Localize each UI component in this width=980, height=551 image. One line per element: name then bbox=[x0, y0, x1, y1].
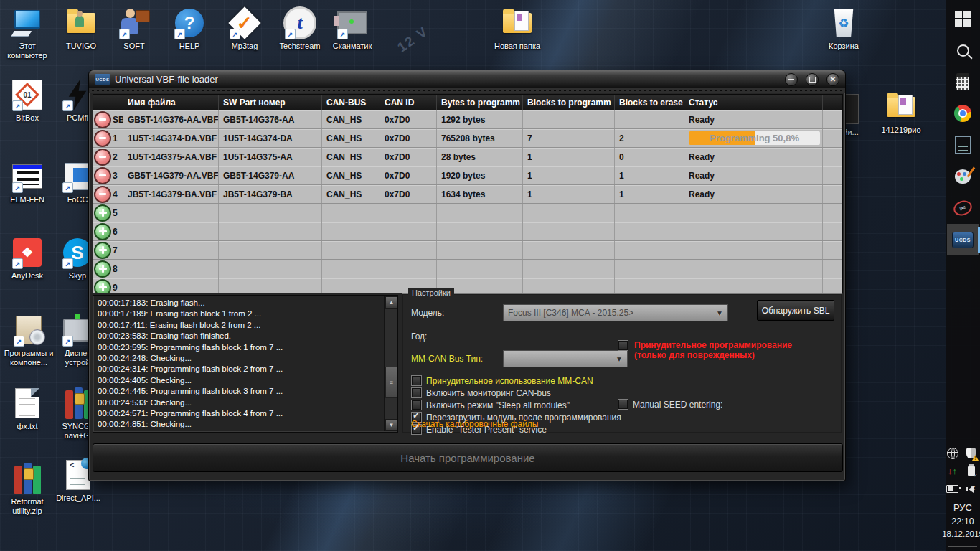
settings-legend: Настройки bbox=[408, 288, 454, 297]
can-id-cell bbox=[380, 241, 437, 259]
blocks-programm-cell: 1 bbox=[523, 148, 615, 166]
add-file-icon[interactable] bbox=[94, 279, 111, 294]
desktop-icon-text-file[interactable]: фх.txt bbox=[3, 386, 52, 431]
log-panel[interactable]: 00:00:17:183: Erasing flash...00:00:17:1… bbox=[93, 295, 398, 433]
desktop-icon-mp3tag[interactable]: ✓↗Mp3tag bbox=[220, 6, 269, 51]
taskbar-ucds-active[interactable]: UCDS bbox=[947, 224, 979, 255]
table-row[interactable]: 7 bbox=[93, 241, 842, 260]
log-lines: 00:00:17:183: Erasing flash...00:00:17:1… bbox=[98, 298, 382, 430]
mmcan-bus-label: MM-CAN Bus Тип: bbox=[411, 354, 503, 364]
desktop-icon-folder-pictures[interactable]: 141219рио bbox=[872, 90, 930, 135]
column-header[interactable]: Blocks to erase bbox=[615, 95, 684, 110]
language-indicator[interactable]: РУС bbox=[953, 502, 972, 513]
can-bus-cell bbox=[322, 222, 380, 240]
can-id-cell bbox=[380, 204, 437, 222]
blocks-erase-cell bbox=[615, 204, 684, 222]
volume-muted-icon[interactable] bbox=[965, 483, 977, 495]
table-row[interactable]: 21U5T-14G375-AA.VBF1U5T-14G375-AACAN_HS0… bbox=[93, 148, 842, 166]
add-file-icon[interactable] bbox=[94, 260, 111, 278]
column-header[interactable]: SW Part номер bbox=[219, 95, 322, 110]
desktop-icon-rar-archive[interactable]: Reformat utility.zip bbox=[1, 461, 53, 516]
option-checkbox[interactable] bbox=[411, 400, 422, 410]
taskbar-chrome[interactable] bbox=[947, 98, 979, 129]
add-file-icon[interactable] bbox=[94, 204, 111, 222]
scroll-thumb[interactable]: ≡ bbox=[385, 367, 397, 398]
show-desktop-button[interactable] bbox=[948, 546, 977, 547]
table-row[interactable]: SBL>GB5T-14G376-AA.VBFGB5T-14G376-AACAN_… bbox=[93, 110, 842, 129]
start-programming-button[interactable]: Начать программирование bbox=[93, 443, 843, 472]
status-cell bbox=[684, 222, 823, 240]
table-row[interactable]: 3GB5T-14G379-AA.VBFGB5T-14G379-AACAN_HS0… bbox=[93, 166, 842, 185]
desktop-icon-terminal-window[interactable]: ↗ELM-FFN bbox=[3, 159, 52, 204]
row-action-cell: 4 bbox=[93, 185, 123, 203]
option-checkbox[interactable] bbox=[411, 375, 422, 386]
minimize-button[interactable] bbox=[785, 73, 798, 86]
row-action-cell: 8 bbox=[93, 260, 123, 278]
taskbar-paint[interactable] bbox=[947, 161, 979, 192]
desktop-icon-software-box[interactable]: ↗Программы и компоне... bbox=[1, 313, 56, 367]
bytes-cell bbox=[437, 241, 523, 259]
column-header-blank[interactable] bbox=[823, 95, 842, 110]
table-row[interactable]: 11U5T-14G374-DA.VBF1U5T-14G374-DACAN_HS0… bbox=[93, 129, 842, 148]
desktop-icon-help-question[interactable]: ?↗HELP bbox=[165, 6, 214, 51]
desktop-icon-user-folder[interactable]: TUVIGO bbox=[57, 6, 105, 51]
column-header[interactable]: CAN ID bbox=[380, 95, 437, 110]
window-titlebar[interactable]: UCDS Universal VBF-file loader ✕ bbox=[89, 70, 845, 88]
option-checkbox[interactable] bbox=[411, 387, 422, 398]
option-row: Принудительное использование MM-CAN bbox=[411, 375, 842, 387]
remove-file-icon[interactable] bbox=[94, 130, 111, 147]
usb-device-icon[interactable] bbox=[965, 465, 977, 477]
desktop-icon-techstream[interactable]: t↗Techstream bbox=[272, 6, 328, 51]
desktop-icon-person-briefcase[interactable]: ↗SOFT bbox=[110, 6, 159, 51]
battery-icon[interactable] bbox=[946, 483, 958, 495]
column-header[interactable]: CAN-BUS bbox=[322, 95, 380, 110]
table-row[interactable]: 9 bbox=[93, 278, 842, 293]
desktop-icon-recycle-bin[interactable]: ♻Корзина bbox=[819, 6, 869, 51]
force-programming-checkbox[interactable] bbox=[618, 340, 628, 351]
model-dropdown[interactable]: Focus III [C346] MCA - 2015.25> ▼ bbox=[503, 304, 728, 321]
shortcut-arrow-icon: ↗ bbox=[12, 100, 23, 111]
close-button[interactable]: ✕ bbox=[826, 73, 839, 86]
column-header[interactable]: Статус bbox=[684, 95, 823, 110]
terminal-window-icon: ↗ bbox=[10, 159, 44, 194]
table-row[interactable]: 5 bbox=[93, 204, 842, 222]
scroll-up-icon[interactable]: ▲ bbox=[385, 296, 397, 309]
taskbar-notepad[interactable] bbox=[947, 129, 979, 161]
desktop-icon-this-pc[interactable]: Этот компьютер bbox=[3, 6, 52, 60]
add-file-icon[interactable] bbox=[94, 223, 111, 240]
desktop-icon-scanmatic-device[interactable]: ↗Сканматик bbox=[326, 6, 379, 51]
paint-palette-icon bbox=[955, 169, 971, 184]
security-shield-warning-icon[interactable] bbox=[965, 447, 977, 459]
log-scrollbar[interactable]: ▲ ≡ ▼ bbox=[384, 296, 397, 431]
clock[interactable]: 22:10 18.12.2019 bbox=[942, 516, 980, 540]
column-header[interactable]: Имя файла bbox=[123, 95, 219, 110]
column-header-blank[interactable] bbox=[93, 95, 123, 110]
can-id-cell: 0x7D0 bbox=[380, 148, 437, 166]
manual-seed-checkbox[interactable] bbox=[618, 399, 628, 410]
start-button-taskbar[interactable] bbox=[947, 3, 979, 34]
remove-file-icon[interactable] bbox=[94, 111, 111, 128]
taskbar-calculator[interactable] bbox=[947, 66, 979, 98]
desktop-icon-folder-pictures[interactable]: Новая папка bbox=[491, 6, 544, 51]
scroll-down-icon[interactable]: ▼ bbox=[385, 419, 397, 431]
download-calibration-link[interactable]: Скачать калибровочные файлы bbox=[411, 419, 539, 429]
manual-seed-label: Manual SEED entering: bbox=[633, 400, 722, 410]
remove-file-icon[interactable] bbox=[94, 167, 111, 184]
remove-file-icon[interactable] bbox=[94, 149, 111, 166]
column-header[interactable]: Blocks to programm bbox=[523, 95, 615, 110]
maximize-button[interactable] bbox=[806, 73, 819, 86]
network-no-internet-icon[interactable] bbox=[946, 447, 958, 459]
add-file-icon[interactable] bbox=[94, 242, 111, 259]
table-row[interactable]: 6 bbox=[93, 222, 842, 241]
remove-file-icon[interactable] bbox=[94, 186, 111, 203]
detect-sbl-button[interactable]: Обнаружить SBL bbox=[757, 300, 834, 321]
desktop-icon-anydesk[interactable]: ❖↗AnyDesk bbox=[3, 235, 52, 281]
taskbar-search[interactable] bbox=[947, 34, 979, 66]
taskbar-snipping-tool[interactable]: ✂ bbox=[947, 192, 979, 224]
table-row[interactable]: 8 bbox=[93, 260, 842, 278]
mmcan-bus-dropdown[interactable]: ▼ bbox=[503, 350, 628, 367]
table-row[interactable]: 4JB5T-14G379-BA.VBFJB5T-14G379-BACAN_HS0… bbox=[93, 185, 842, 204]
column-header[interactable]: Bytes to programm bbox=[437, 95, 523, 110]
traffic-arrows-icon[interactable]: ↓↑ bbox=[946, 465, 958, 477]
desktop-icon-bitbox-cube[interactable]: 01↗BitBox bbox=[3, 77, 52, 123]
